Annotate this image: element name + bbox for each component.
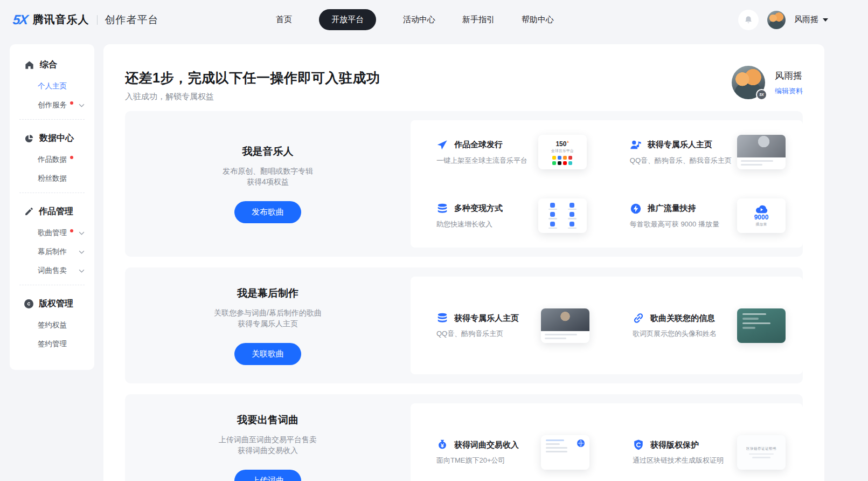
chevron-down-icon [823,18,828,22]
tme-badge-icon: 5X [756,89,767,100]
card-seller-intro: 我要出售词曲 上传词曲至词曲交易平台售卖 获得词曲交易收入 上传词曲 [125,394,411,481]
nav-help-center[interactable]: 帮助中心 [522,15,554,25]
money-bag-icon [436,439,448,451]
sidebar-item-work-data[interactable]: 作品数据 [10,155,94,164]
app-logo[interactable]: 5X 腾讯音乐人 创作者平台 [13,12,159,28]
sidebar-item-contract-rights[interactable]: 签约权益 [10,320,94,330]
sidebar-item-creation-services[interactable]: 创作服务 [10,100,94,110]
user-music-icon [630,139,642,151]
income-types-thumbnail [538,198,587,233]
benefit-title: 获得词曲交易收入 [454,440,519,450]
sidebar-item-lyrics-sale[interactable]: 词曲售卖 [10,266,94,276]
benefit-title: 获得版权保护 [650,440,699,450]
sidebar-section-work-management: 作品管理 [10,206,94,217]
benefit-global-release: 作品全球发行 一键上架至全球主流音乐平台 150+ 全球音乐平台 [411,120,604,184]
link-song-button[interactable]: 关联歌曲 [234,343,301,365]
sidebar-item-label: 个人主页 [38,81,67,91]
card-seller: 我要出售词曲 上传词曲至词曲交易平台售卖 获得词曲交易收入 上传词曲 获得词曲交… [125,394,803,481]
coins-icon [436,203,448,215]
nav-activity-center[interactable]: 活动中心 [403,15,435,25]
nav-beginner-guide[interactable]: 新手指引 [462,15,495,25]
tme-logo-icon: 5X [12,12,28,28]
platform-name: 创作者平台 [105,13,159,27]
publish-song-button[interactable]: 发布歌曲 [234,201,301,223]
top-header: 5X 腾讯音乐人 创作者平台 首页 开放平台 活动中心 新手指引 帮助中心 风雨… [0,0,868,39]
blockchain-certificate-thumbnail: 区块链存证证明书 [737,435,786,470]
benefit-title: 歌曲关联您的信息 [650,313,715,324]
sidebar-section-title: 作品管理 [39,206,73,217]
card-title: 我是音乐人 [242,145,294,159]
sidebar-section-title: 数据中心 [39,133,74,144]
globe-icon [577,439,585,447]
benefit-desc: 每首歌最高可获 9000 播放量 [630,219,719,229]
sidebar-item-label: 幕后制作 [38,247,67,257]
sidebar-item-behind-the-scenes[interactable]: 幕后制作 [10,247,94,257]
copyright-icon [24,299,33,308]
edit-profile-link[interactable]: 编辑资料 [775,86,803,96]
profile-name: 风雨摇 [775,70,803,82]
chevron-down-icon [79,269,85,273]
sidebar-item-label: 签约管理 [38,339,67,349]
card-musician: 我是音乐人 发布原创、翻唱或数字专辑 获得4项权益 发布歌曲 作品全球发行 一键… [125,111,803,257]
header-user-cluster: 风雨摇 [738,0,828,39]
benefit-trade-income: 获得词曲交易收入 面向TME旗下20+公司 [411,403,607,481]
coins-icon [436,312,448,324]
upload-lyrics-button[interactable]: 上传词曲 [234,470,301,481]
profile-summary: 5X 风雨摇 编辑资料 [732,66,803,99]
sidebar-divider [19,285,85,285]
benefit-title: 多种变现方式 [454,203,503,214]
producer-page-thumbnail [541,308,589,343]
sidebar-section-general: 综合 [10,59,94,71]
sidebar-item-contract-management[interactable]: 签约管理 [10,339,94,349]
onboarding-cards: 我是音乐人 发布原创、翻唱或数字专辑 获得4项权益 发布歌曲 作品全球发行 一键… [125,111,803,481]
link-icon [633,312,644,324]
card-desc: 发布原创、翻唱或数字专辑 获得4项权益 [223,166,313,187]
notifications-button[interactable] [738,10,759,30]
nav-open-platform[interactable]: 开放平台 [319,9,376,30]
home-icon [24,60,34,70]
sidebar-section-copyright: 版权管理 [10,298,94,310]
card-desc-line1: 关联您参与词曲/幕后制作的歌曲 [214,307,322,318]
benefit-title: 获得专属乐人主页 [648,140,712,150]
pie-chart-icon [24,134,34,143]
chevron-down-icon [79,104,85,107]
benefits-panel: 获得专属乐人主页 QQ音、酷狗音乐主页 歌曲关联您的信息 [411,277,803,374]
benefit-song-credit: 歌曲关联您的信息 歌词页展示您的头像和姓名 [607,277,803,374]
sidebar-item-song-management[interactable]: 歌曲管理 [10,228,94,238]
benefit-desc: QQ音、酷狗音乐主页 [436,329,519,339]
benefit-copyright-protection: 获得版权保护 通过区块链技术生成版权证明 区块链存证证明书 [607,403,803,481]
sidebar-item-personal-homepage[interactable]: 个人主页 [10,81,94,91]
main-panel: 还差1步，完成以下任一操作即可入驻成功 入驻成功，解锁专属权益 5X 风雨摇 编… [103,44,824,481]
sidebar: 综合 个人主页 创作服务 数据中心 作品数据 粉丝数据 作品管理 歌曲管理 幕后… [10,44,94,370]
nav-home[interactable]: 首页 [276,15,292,25]
sidebar-item-label: 粉丝数据 [38,174,67,183]
sidebar-item-label: 作品数据 [38,155,67,164]
bolt-circle-icon [630,203,642,215]
lyrics-page-thumbnail [737,308,786,343]
user-name: 风雨摇 [794,15,818,25]
benefit-traffic-support: 推广流量扶持 每首歌最高可获 9000 播放量 9000 播放量 [604,184,803,248]
benefit-desc: 通过区块链技术生成版权证明 [633,456,724,465]
sidebar-item-fans-data[interactable]: 粉丝数据 [10,174,94,183]
trade-doc-thumbnail [541,435,589,470]
card-desc-line1: 上传词曲至词曲交易平台售卖 [219,434,317,445]
sidebar-item-label: 词曲售卖 [38,266,67,276]
benefits-panel: 作品全球发行 一键上架至全球主流音乐平台 150+ 全球音乐平台 [411,120,803,248]
top-nav: 首页 开放平台 活动中心 新手指引 帮助中心 [276,0,554,39]
notification-dot [70,156,73,159]
card-producer: 我是幕后制作 关联您参与词曲/幕后制作的歌曲 获得专属乐人主页 关联歌曲 获得专… [125,267,803,383]
platform-logos [552,156,572,165]
sidebar-item-label: 签约权益 [38,320,67,330]
avatar[interactable] [767,11,786,29]
benefit-desc: 面向TME旗下20+公司 [436,456,519,465]
user-menu[interactable]: 风雨摇 [794,15,828,25]
card-desc-line2: 获得专属乐人主页 [214,318,322,329]
notification-dot [70,229,73,232]
benefit-producer-homepage: 获得专属乐人主页 QQ音、酷狗音乐主页 [411,277,607,374]
card-desc-line2: 获得4项权益 [223,176,313,187]
benefit-desc: QQ音、酷狗音乐、酷我音乐主页 [630,156,732,166]
avatar[interactable]: 5X [732,66,765,99]
logo-divider [97,15,98,25]
platforms-150-thumbnail: 150+ 全球音乐平台 [538,135,587,169]
bell-icon [744,15,753,25]
